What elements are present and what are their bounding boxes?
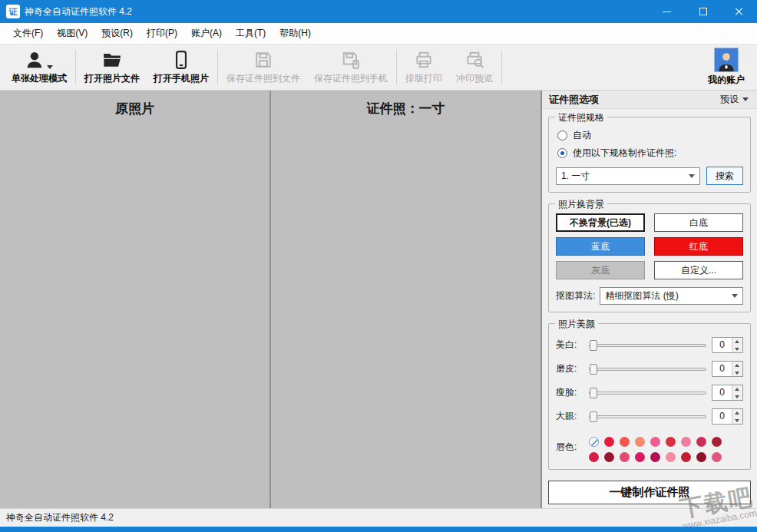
menu-file[interactable]: 文件(F): [6, 23, 50, 44]
lip-color-swatch[interactable]: [712, 452, 722, 462]
options-panel: 证件照选项 预设 证件照规格 自动 使用以下规格制作证件照:: [542, 91, 757, 508]
lip-color-swatch[interactable]: [681, 437, 691, 447]
spin-value[interactable]: 0: [712, 338, 732, 352]
radio-auto-label: 自动: [573, 129, 591, 142]
bg-red-button[interactable]: 红底: [654, 237, 743, 256]
thin-face-slider[interactable]: [589, 386, 706, 400]
background-group-title: 照片换背景: [555, 198, 607, 211]
search-button[interactable]: 搜索: [706, 167, 743, 185]
smooth-skin-spinner[interactable]: 0: [712, 361, 743, 377]
radio-checked-icon: [557, 148, 567, 158]
menu-account[interactable]: 账户(A): [184, 23, 229, 44]
spin-up-button[interactable]: [732, 385, 742, 393]
thin-face-spinner[interactable]: 0: [712, 385, 743, 401]
toolbar-single-mode-button[interactable]: 单张处理模式: [5, 46, 74, 88]
slider-handle[interactable]: [590, 364, 597, 375]
matting-combobox[interactable]: 精细抠图算法 (慢): [600, 287, 743, 305]
toolbar-print-preview-button: 冲印预览: [449, 46, 500, 88]
matting-combobox-value: 精细抠图算法 (慢): [605, 289, 678, 302]
spin-down-button[interactable]: [732, 369, 742, 377]
lip-color-swatch[interactable]: [620, 452, 630, 462]
bg-no-change-button[interactable]: 不换背景(已选): [556, 213, 645, 232]
lip-color-palette: [589, 435, 722, 462]
lip-color-swatch[interactable]: [650, 452, 660, 462]
chevron-down-icon: [742, 97, 749, 101]
lip-color-swatch[interactable]: [604, 452, 614, 462]
bg-blue-button[interactable]: 蓝底: [556, 237, 645, 256]
preset-dropdown[interactable]: 预设: [719, 91, 750, 107]
spin-down-button[interactable]: [732, 417, 742, 425]
lip-color-swatch[interactable]: [666, 452, 676, 462]
spec-combobox[interactable]: 1. 一寸: [556, 167, 700, 185]
lip-color-swatch[interactable]: [712, 437, 722, 447]
lip-color-none-swatch[interactable]: [589, 437, 599, 447]
slider-handle[interactable]: [590, 340, 597, 351]
menu-preset[interactable]: 预设(R): [94, 23, 140, 44]
spin-value[interactable]: 0: [712, 385, 732, 400]
lip-color-swatch[interactable]: [620, 437, 630, 447]
toolbar-label: 保存证件照到文件: [226, 72, 300, 85]
spin-up-button[interactable]: [732, 362, 742, 369]
toolbar-separator: [396, 50, 397, 84]
spin-up-button[interactable]: [732, 409, 742, 417]
close-button[interactable]: [721, 0, 757, 23]
spec-group: 证件照规格 自动 使用以下规格制作证件照: 1. 一寸 搜索: [548, 117, 751, 193]
radio-auto[interactable]: 自动: [556, 127, 743, 144]
menu-help[interactable]: 帮助(H): [273, 23, 318, 44]
radio-use-spec[interactable]: 使用以下规格制作证件照:: [556, 144, 743, 162]
bg-gray-button[interactable]: 灰底: [556, 261, 645, 279]
toolbar-label: 排版打印: [405, 72, 442, 85]
lip-color-swatch[interactable]: [635, 437, 645, 447]
lip-color-swatch[interactable]: [696, 437, 706, 447]
background-group: 照片换背景 不换背景(已选) 白底 蓝底 红底 灰底 自定义... 抠图算法: …: [548, 203, 751, 312]
original-photo-title: 原照片: [0, 91, 269, 117]
lip-color-swatch[interactable]: [696, 452, 706, 462]
spin-down-button[interactable]: [732, 393, 742, 401]
toolbar-layout-print-button: 排版打印: [398, 46, 449, 88]
whitening-slider[interactable]: [589, 339, 706, 352]
options-body: 证件照规格 自动 使用以下规格制作证件照: 1. 一寸 搜索: [542, 109, 757, 511]
print-preview-icon: [464, 50, 484, 70]
options-title: 证件照选项: [549, 93, 599, 107]
lip-color-swatch[interactable]: [650, 437, 660, 447]
slider-track: [589, 368, 706, 371]
lip-color-swatch[interactable]: [589, 452, 599, 462]
lip-color-swatch[interactable]: [635, 452, 645, 462]
big-eyes-label: 大眼:: [556, 410, 583, 423]
account-label: 我的账户: [708, 74, 745, 87]
minimize-button[interactable]: [649, 0, 685, 23]
toolbar-open-photo-file-button[interactable]: 打开照片文件: [78, 46, 147, 88]
slider-handle[interactable]: [590, 388, 597, 398]
menu-tools[interactable]: 工具(T): [229, 23, 273, 44]
idphoto-title: 证件照：一寸: [271, 91, 540, 117]
menu-view[interactable]: 视图(V): [50, 23, 94, 44]
maximize-button[interactable]: [685, 0, 721, 23]
my-account-button[interactable]: 我的账户: [700, 46, 752, 88]
lip-color-swatch[interactable]: [666, 437, 676, 447]
toolbar-label: 打开手机照片: [154, 72, 209, 85]
bg-white-button[interactable]: 白底: [654, 213, 743, 232]
slider-track: [589, 415, 706, 418]
toolbar-open-phone-photo-button[interactable]: 打开手机照片: [147, 46, 216, 88]
close-icon: [735, 7, 744, 16]
window-controls: [649, 0, 757, 23]
spin-down-button[interactable]: [732, 345, 742, 353]
lip-color-swatch[interactable]: [681, 452, 691, 462]
spin-value[interactable]: 0: [712, 362, 732, 376]
bg-custom-button[interactable]: 自定义...: [654, 261, 743, 279]
status-bar: 神奇全自动证件照软件 4.2: [0, 508, 757, 527]
make-idphoto-button[interactable]: 一键制作证件照: [548, 481, 751, 504]
smooth-skin-slider[interactable]: [589, 362, 706, 376]
slider-handle[interactable]: [590, 411, 597, 422]
spin-value[interactable]: 0: [712, 409, 732, 424]
toolbar-save-to-phone-button: 保存证件照到手机: [307, 46, 395, 88]
big-eyes-slider[interactable]: [589, 410, 706, 424]
slider-track: [589, 392, 706, 395]
main-area: 原照片 证件照：一寸 证件照选项 预设 证件照规格 自动 使用以下规格制作: [0, 91, 757, 508]
big-eyes-spinner[interactable]: 0: [712, 408, 743, 425]
menu-print[interactable]: 打印(P): [140, 23, 184, 44]
whitening-spinner[interactable]: 0: [712, 337, 743, 353]
toolbar-spacer: [504, 46, 700, 88]
spin-up-button[interactable]: [732, 338, 742, 345]
lip-color-swatch[interactable]: [604, 437, 614, 447]
